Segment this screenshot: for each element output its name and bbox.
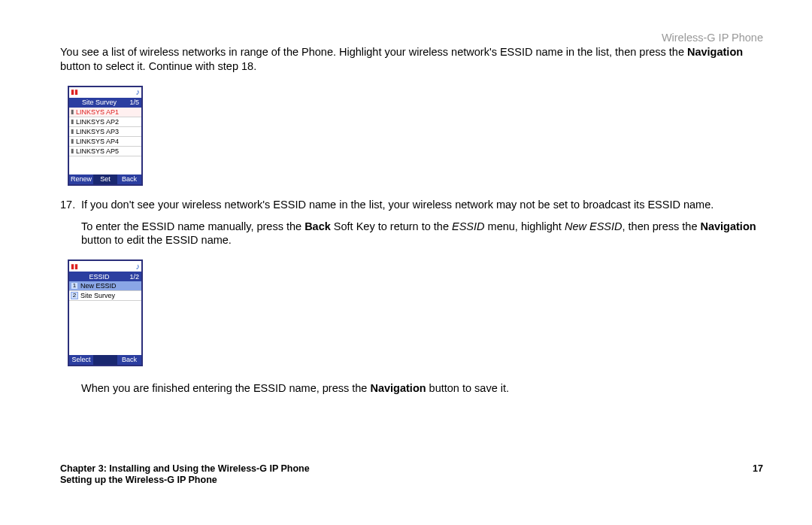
phone2-row-1-name: New ESSID (80, 282, 117, 290)
step17-b1: To enter the ESSID name manually, press … (81, 220, 304, 232)
step17-nav-bold: Navigation (700, 220, 756, 232)
step17-b5: menu, highlight (485, 220, 565, 232)
antenna-icon: ▮ (71, 118, 74, 125)
page-footer: Chapter 3: Installing and Using the Wire… (60, 463, 763, 485)
phone1-row-2-name: LINKSYS AP2 (76, 118, 119, 126)
phone1-row-4: ▮LINKSYS AP4 (69, 137, 141, 147)
phone2-statusbar: ▮▮ ♪ (69, 261, 141, 272)
phone2-softkey-mid (93, 355, 117, 365)
step-17-number: 17. (60, 198, 81, 212)
phone1-softkey-right: Back (117, 174, 141, 184)
intro-paragraph: You see a list of wireless networks in r… (60, 45, 763, 74)
phone1-statusbar: ▮▮ ♪ (69, 87, 141, 98)
step17-b9: button to edit the ESSID name. (81, 234, 232, 246)
antenna-icon: ▮ (71, 147, 74, 154)
signal-icon: ▮▮ (71, 89, 78, 96)
footer-page-number: 17 (753, 463, 763, 474)
phone2-title: ESSID (76, 273, 123, 281)
phone1-softkey-mid: Set (93, 174, 117, 184)
tail-a: When you are finished entering the ESSID… (81, 382, 370, 394)
phone1-pager: 1/5 (123, 99, 139, 106)
tail-paragraph: When you are finished entering the ESSID… (81, 381, 763, 396)
step-17-sub: To enter the ESSID name manually, press … (81, 220, 763, 248)
music-icon: ♪ (136, 262, 141, 271)
tail-nav-bold: Navigation (370, 382, 426, 394)
phone2-row1-num: 1 (71, 282, 78, 290)
antenna-icon: ▮ (71, 128, 74, 135)
footer-chapter: Chapter 3: Installing and Using the Wire… (60, 463, 310, 474)
phone2-row-2-name: Site Survey (80, 292, 115, 299)
phone2-titlebar: ESSID 1/2 (69, 272, 141, 281)
phone2-softkey-right: Back (117, 355, 141, 365)
intro-a: You see a list of wireless networks in r… (60, 46, 687, 58)
phone1-row-1: ▮LINKSYS AP1 (69, 108, 141, 117)
phone1-row-1-name: LINKSYS AP1 (76, 108, 119, 116)
tail-c: button to save it. (426, 382, 509, 394)
phone1-row-3: ▮LINKSYS AP3 (69, 127, 141, 137)
phone2-softkeys: Select Back (69, 355, 141, 365)
phone1-titlebar: Site Survey 1/5 (69, 98, 141, 108)
phone-site-survey: ▮▮ ♪ Site Survey 1/5 ▮LINKSYS AP1 ▮LINKS… (68, 86, 143, 186)
phone1-softkeys: Renew Set Back (69, 174, 141, 184)
antenna-icon: ▮ (71, 138, 74, 144)
intro-c: button to select it. Continue with step … (60, 60, 256, 72)
phone2-rows: 1New ESSID 2Site Survey (69, 281, 141, 301)
step17-b3: Soft Key to return to the (331, 220, 452, 232)
signal-icon: ▮▮ (71, 263, 78, 270)
step17-essid-italic: ESSID (452, 220, 485, 232)
step-17: 17. If you don't see your wireless netwo… (60, 198, 763, 212)
step17-back-bold: Back (304, 220, 331, 232)
phone2-row-2: 2Site Survey (69, 291, 141, 301)
phone1-spacer (69, 156, 141, 174)
phone1-row-5: ▮LINKSYS AP5 (69, 147, 141, 156)
phone2-row-1: 1New ESSID (69, 281, 141, 291)
footer-subtitle: Setting up the Wireless-G IP Phone (60, 475, 763, 485)
phone1-title: Site Survey (76, 99, 123, 106)
step17-newessid-italic: New ESSID (565, 220, 623, 232)
phone1-rows: ▮LINKSYS AP1 ▮LINKSYS AP2 ▮LINKSYS AP3 ▮… (69, 108, 141, 156)
step17-b7: , then press the (623, 220, 701, 232)
step-17-body-a: If you don't see your wireless network's… (81, 198, 763, 212)
phone1-row-4-name: LINKSYS AP4 (76, 138, 119, 145)
phone2-spacer (69, 301, 141, 355)
header-title: Wireless-G IP Phone (60, 32, 763, 44)
music-icon: ♪ (136, 88, 141, 96)
phone1-softkey-left: Renew (69, 174, 93, 184)
phone2-row2-num: 2 (71, 292, 78, 299)
phone-essid: ▮▮ ♪ ESSID 1/2 1New ESSID 2Site Survey S… (68, 259, 143, 366)
phone2-softkey-left: Select (69, 355, 93, 365)
phone1-row-2: ▮LINKSYS AP2 (69, 117, 141, 127)
intro-navigation-bold: Navigation (687, 46, 743, 58)
phone1-row-3-name: LINKSYS AP3 (76, 128, 119, 135)
antenna-icon: ▮ (71, 108, 74, 115)
phone2-pager: 1/2 (123, 273, 139, 281)
phone1-row-5-name: LINKSYS AP5 (76, 147, 119, 155)
